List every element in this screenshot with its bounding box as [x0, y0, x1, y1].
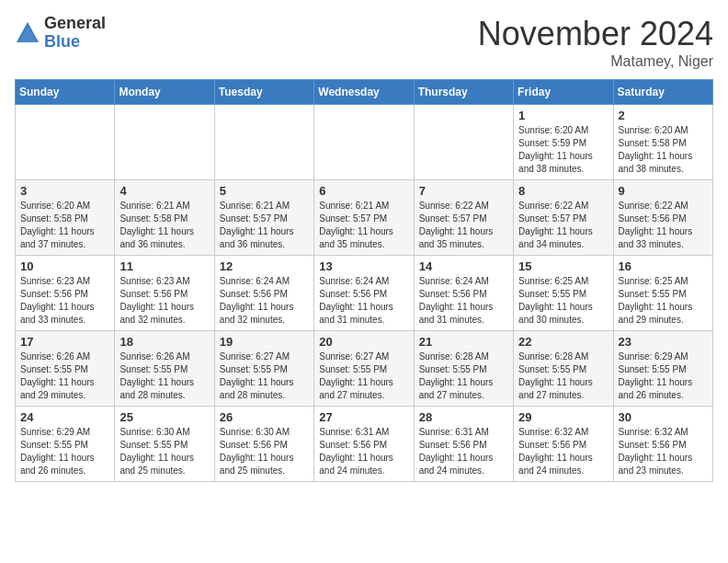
calendar-cell: 29Sunrise: 6:32 AM Sunset: 5:56 PM Dayli…	[514, 407, 613, 482]
page-header: General Blue November 2024 Matamey, Nige…	[15, 15, 713, 70]
weekday-header: Wednesday	[314, 80, 414, 105]
calendar-cell: 10Sunrise: 6:23 AM Sunset: 5:56 PM Dayli…	[16, 256, 115, 331]
day-info: Sunrise: 6:21 AM Sunset: 5:57 PM Dayligh…	[319, 200, 408, 251]
calendar-cell: 22Sunrise: 6:28 AM Sunset: 5:55 PM Dayli…	[514, 331, 613, 407]
day-info: Sunrise: 6:28 AM Sunset: 5:55 PM Dayligh…	[518, 350, 608, 402]
title-area: November 2024 Matamey, Niger	[478, 15, 713, 70]
day-info: Sunrise: 6:30 AM Sunset: 5:55 PM Dayligh…	[119, 426, 209, 477]
day-info: Sunrise: 6:32 AM Sunset: 5:56 PM Dayligh…	[518, 426, 608, 477]
day-number: 25	[119, 410, 209, 424]
weekday-header: Tuesday	[214, 80, 313, 105]
logo-text: General Blue	[44, 15, 106, 52]
day-number: 17	[20, 335, 109, 349]
calendar-cell	[414, 105, 513, 180]
calendar-cell	[16, 105, 115, 180]
day-number: 30	[619, 410, 708, 424]
calendar-cell: 16Sunrise: 6:25 AM Sunset: 5:55 PM Dayli…	[613, 256, 712, 331]
day-number: 29	[518, 410, 608, 424]
calendar-cell: 15Sunrise: 6:25 AM Sunset: 5:55 PM Dayli…	[514, 256, 613, 331]
logo: General Blue	[15, 15, 106, 52]
day-info: Sunrise: 6:22 AM Sunset: 5:57 PM Dayligh…	[518, 200, 608, 251]
calendar-week-row: 17Sunrise: 6:26 AM Sunset: 5:55 PM Dayli…	[16, 331, 713, 407]
calendar-cell: 20Sunrise: 6:27 AM Sunset: 5:55 PM Dayli…	[314, 331, 414, 407]
calendar-cell: 5Sunrise: 6:21 AM Sunset: 5:57 PM Daylig…	[214, 180, 313, 256]
calendar-cell: 23Sunrise: 6:29 AM Sunset: 5:55 PM Dayli…	[613, 331, 712, 407]
weekday-header: Monday	[115, 80, 214, 105]
calendar-cell: 25Sunrise: 6:30 AM Sunset: 5:55 PM Dayli…	[115, 407, 214, 482]
calendar-week-row: 24Sunrise: 6:29 AM Sunset: 5:55 PM Dayli…	[16, 407, 713, 482]
day-info: Sunrise: 6:27 AM Sunset: 5:55 PM Dayligh…	[319, 350, 408, 402]
calendar-cell: 7Sunrise: 6:22 AM Sunset: 5:57 PM Daylig…	[414, 180, 513, 256]
day-number: 16	[619, 259, 708, 273]
day-info: Sunrise: 6:25 AM Sunset: 5:55 PM Dayligh…	[619, 275, 708, 327]
day-number: 10	[20, 259, 109, 273]
calendar-cell: 9Sunrise: 6:22 AM Sunset: 5:56 PM Daylig…	[613, 180, 712, 256]
logo-general: General	[44, 15, 106, 33]
day-info: Sunrise: 6:22 AM Sunset: 5:57 PM Dayligh…	[419, 200, 508, 251]
calendar-cell: 3Sunrise: 6:20 AM Sunset: 5:58 PM Daylig…	[16, 180, 115, 256]
calendar-cell: 1Sunrise: 6:20 AM Sunset: 5:59 PM Daylig…	[514, 105, 613, 180]
calendar-cell: 17Sunrise: 6:26 AM Sunset: 5:55 PM Dayli…	[16, 331, 115, 407]
day-info: Sunrise: 6:23 AM Sunset: 5:56 PM Dayligh…	[20, 275, 109, 327]
day-info: Sunrise: 6:29 AM Sunset: 5:55 PM Dayligh…	[619, 350, 708, 402]
logo-icon	[15, 20, 40, 46]
calendar-cell: 30Sunrise: 6:32 AM Sunset: 5:56 PM Dayli…	[613, 407, 712, 482]
day-number: 19	[220, 335, 309, 349]
weekday-header: Thursday	[414, 80, 513, 105]
day-info: Sunrise: 6:24 AM Sunset: 5:56 PM Dayligh…	[419, 275, 508, 327]
day-info: Sunrise: 6:26 AM Sunset: 5:55 PM Dayligh…	[119, 350, 209, 402]
weekday-header: Saturday	[613, 80, 712, 105]
day-number: 9	[619, 184, 708, 198]
calendar-cell	[115, 105, 214, 180]
calendar-cell: 26Sunrise: 6:30 AM Sunset: 5:56 PM Dayli…	[214, 407, 313, 482]
logo-blue: Blue	[44, 33, 106, 52]
calendar-cell	[214, 105, 313, 180]
calendar-cell: 4Sunrise: 6:21 AM Sunset: 5:58 PM Daylig…	[115, 180, 214, 256]
day-number: 14	[419, 259, 508, 273]
day-info: Sunrise: 6:21 AM Sunset: 5:58 PM Dayligh…	[119, 200, 209, 251]
calendar-cell	[314, 105, 414, 180]
day-info: Sunrise: 6:30 AM Sunset: 5:56 PM Dayligh…	[220, 426, 309, 477]
day-number: 21	[419, 335, 508, 349]
day-number: 6	[319, 184, 408, 198]
day-number: 8	[518, 184, 608, 198]
calendar-cell: 6Sunrise: 6:21 AM Sunset: 5:57 PM Daylig…	[314, 180, 414, 256]
day-number: 23	[619, 335, 708, 349]
day-number: 4	[119, 184, 209, 198]
day-number: 13	[319, 259, 408, 273]
day-number: 20	[319, 335, 408, 349]
day-info: Sunrise: 6:25 AM Sunset: 5:55 PM Dayligh…	[518, 275, 608, 327]
calendar-cell: 2Sunrise: 6:20 AM Sunset: 5:58 PM Daylig…	[613, 105, 712, 180]
location: Matamey, Niger	[478, 53, 713, 70]
day-info: Sunrise: 6:20 AM Sunset: 5:59 PM Dayligh…	[518, 124, 608, 176]
day-number: 24	[20, 410, 109, 424]
calendar-cell: 28Sunrise: 6:31 AM Sunset: 5:56 PM Dayli…	[414, 407, 513, 482]
day-number: 18	[119, 335, 209, 349]
day-info: Sunrise: 6:23 AM Sunset: 5:56 PM Dayligh…	[119, 275, 209, 327]
weekday-header: Friday	[514, 80, 613, 105]
day-info: Sunrise: 6:24 AM Sunset: 5:56 PM Dayligh…	[319, 275, 408, 327]
calendar-cell: 14Sunrise: 6:24 AM Sunset: 5:56 PM Dayli…	[414, 256, 513, 331]
day-info: Sunrise: 6:21 AM Sunset: 5:57 PM Dayligh…	[220, 200, 309, 251]
calendar-week-row: 3Sunrise: 6:20 AM Sunset: 5:58 PM Daylig…	[16, 180, 713, 256]
day-number: 12	[220, 259, 309, 273]
calendar-cell: 24Sunrise: 6:29 AM Sunset: 5:55 PM Dayli…	[16, 407, 115, 482]
calendar-cell: 21Sunrise: 6:28 AM Sunset: 5:55 PM Dayli…	[414, 331, 513, 407]
month-title: November 2024	[478, 15, 713, 53]
day-info: Sunrise: 6:22 AM Sunset: 5:56 PM Dayligh…	[619, 200, 708, 251]
calendar-week-row: 1Sunrise: 6:20 AM Sunset: 5:59 PM Daylig…	[16, 105, 713, 180]
day-number: 2	[619, 109, 708, 122]
calendar: SundayMondayTuesdayWednesdayThursdayFrid…	[15, 79, 713, 482]
day-info: Sunrise: 6:31 AM Sunset: 5:56 PM Dayligh…	[419, 426, 508, 477]
calendar-cell: 18Sunrise: 6:26 AM Sunset: 5:55 PM Dayli…	[115, 331, 214, 407]
weekday-header-row: SundayMondayTuesdayWednesdayThursdayFrid…	[16, 80, 713, 105]
day-info: Sunrise: 6:27 AM Sunset: 5:55 PM Dayligh…	[220, 350, 309, 402]
day-info: Sunrise: 6:24 AM Sunset: 5:56 PM Dayligh…	[220, 275, 309, 327]
day-number: 11	[119, 259, 209, 273]
day-info: Sunrise: 6:28 AM Sunset: 5:55 PM Dayligh…	[419, 350, 508, 402]
day-number: 5	[220, 184, 309, 198]
calendar-cell: 27Sunrise: 6:31 AM Sunset: 5:56 PM Dayli…	[314, 407, 414, 482]
calendar-cell: 11Sunrise: 6:23 AM Sunset: 5:56 PM Dayli…	[115, 256, 214, 331]
weekday-header: Sunday	[16, 80, 115, 105]
day-info: Sunrise: 6:31 AM Sunset: 5:56 PM Dayligh…	[319, 426, 408, 477]
